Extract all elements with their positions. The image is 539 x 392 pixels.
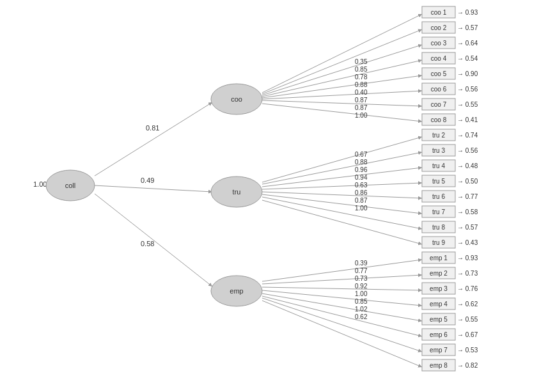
emp6-label: emp 6	[430, 331, 448, 338]
tru7-error: → 0.58	[457, 208, 478, 216]
tru3-error: → 0.56	[457, 147, 478, 154]
coo4-error: → 0.54	[457, 55, 478, 62]
path-emp-4	[262, 290, 422, 306]
path-emp-8	[262, 301, 422, 367]
tru8-label: tru 8	[432, 224, 445, 231]
emp4-error: → 0.62	[457, 301, 478, 308]
coo2-error: → 0.57	[457, 24, 478, 31]
tru6-error: → 0.77	[457, 193, 478, 200]
path-coo-5	[262, 75, 422, 98]
coo5-error: → 0.90	[457, 70, 478, 77]
tru4-label: tru 4	[432, 162, 445, 169]
coo3-label: coo 3	[431, 40, 447, 47]
path-coll-tru	[95, 185, 212, 192]
path-emp-6	[262, 296, 422, 336]
path-coo-7	[262, 100, 422, 106]
coll-self-weight: 1.00	[33, 180, 47, 188]
path-coo-2	[262, 29, 422, 94]
weight-coll-coo: 0.81	[146, 124, 159, 132]
emp2-label: emp 2	[430, 270, 448, 277]
tru7-label: tru 7	[432, 208, 445, 216]
tru9-label: tru 9	[432, 239, 445, 246]
emp-label: emp	[230, 287, 243, 295]
coo8-error: → 0.41	[457, 116, 478, 123]
emp3-error: → 0.76	[457, 285, 478, 292]
coo8-label: coo 8	[431, 116, 447, 123]
path-coo-6	[262, 91, 422, 99]
tru8-error: → 0.57	[457, 224, 478, 231]
emp2-error: → 0.73	[457, 270, 478, 277]
tru4-error: → 0.48	[457, 162, 478, 169]
coo1-error: → 0.93	[457, 9, 478, 16]
tru2-error: → 0.74	[457, 132, 478, 139]
path-emp-2	[262, 275, 422, 284]
tru5-label: tru 5	[432, 178, 445, 185]
coo7-error: → 0.55	[457, 101, 478, 108]
path-emp-5	[262, 294, 422, 321]
emp-loadings: 0.39 0.77 0.73 0.92 1.00 0.85 1.02 0.62	[355, 260, 369, 320]
coo3-error: → 0.64	[457, 40, 478, 47]
emp4-label: emp 4	[430, 301, 448, 308]
coo1-label: coo 1	[431, 9, 447, 16]
coo6-error: → 0.56	[457, 86, 478, 93]
coo-loadings: 0.35 0.85 0.78 0.88 0.40 0.87 0.87 1.00	[355, 58, 369, 119]
path-coo-3	[262, 45, 422, 95]
emp8-error: → 0.82	[457, 362, 478, 369]
emp8-label: emp 8	[430, 362, 448, 369]
path-coo-4	[262, 60, 422, 97]
coo4-label: coo 4	[431, 55, 447, 62]
coo7-label: coo 7	[431, 101, 447, 108]
emp5-error: → 0.55	[457, 316, 478, 323]
coo6-label: coo 6	[431, 86, 447, 93]
coo2-label: coo 2	[431, 24, 447, 31]
tru5-error: → 0.50	[457, 178, 478, 185]
emp1-error: → 0.93	[457, 255, 478, 262]
path-tru-3	[262, 152, 422, 184]
coo5-label: coo 5	[431, 70, 447, 77]
tru-label: tru	[233, 188, 241, 196]
path-emp-1	[262, 260, 422, 281]
tru-loadings: 0.67 0.88 0.96 0.94 0.63 0.86 0.87 1.00	[355, 151, 369, 212]
emp7-label: emp 7	[430, 347, 448, 354]
emp1-label: emp 1	[430, 255, 448, 262]
path-tru-9	[262, 200, 422, 244]
path-coo-1	[262, 14, 422, 93]
coo-label: coo	[231, 95, 242, 103]
weight-coll-tru: 0.49	[141, 176, 154, 184]
emp7-error: → 0.53	[457, 347, 478, 354]
path-emp-3	[262, 287, 422, 290]
tru6-label: tru 6	[432, 193, 445, 200]
tru2-label: tru 2	[432, 132, 445, 139]
coll-label: coll	[65, 182, 76, 189]
path-tru-8	[262, 197, 422, 229]
path-emp-7	[262, 298, 422, 352]
tru3-label: tru 3	[432, 147, 445, 154]
emp6-error: → 0.67	[457, 331, 478, 338]
path-coll-coo	[95, 102, 212, 176]
weight-coll-emp: 0.58	[141, 240, 154, 247]
emp5-label: emp 5	[430, 316, 448, 323]
sem-diagram: 1.00 coll 0.81 0.49 0.58 coo tru emp coo…	[0, 0, 539, 392]
path-tru-2	[262, 137, 422, 182]
path-coo-8	[262, 104, 422, 122]
tru9-error: → 0.43	[457, 239, 478, 246]
emp3-label: emp 3	[430, 285, 448, 292]
